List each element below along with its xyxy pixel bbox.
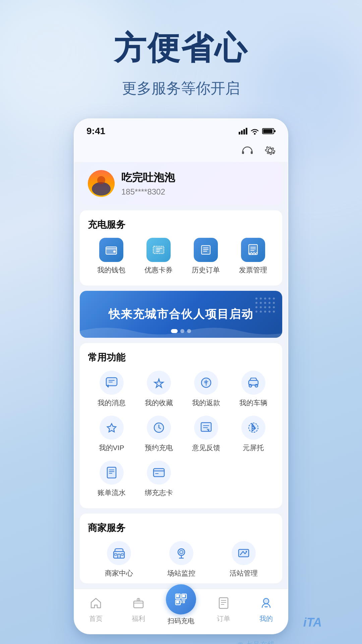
coupon-label: 优惠卡券 xyxy=(144,265,173,275)
svg-rect-3 xyxy=(274,130,276,132)
bluetooth-label: 元屏托 xyxy=(243,443,264,452)
reservation-icon xyxy=(147,416,171,440)
nav-benefits[interactable]: 福利 xyxy=(122,597,155,623)
message-icon xyxy=(100,371,124,395)
charging-grid: 我的钱包 优惠卡券 xyxy=(88,238,277,280)
wallet-item[interactable]: 我的钱包 xyxy=(90,238,132,275)
charging-section: 充电服务 我的钱包 xyxy=(80,210,282,285)
nav-mine[interactable]: 我的 xyxy=(249,597,283,623)
merchant-section: 商家服务 商家中心 xyxy=(80,514,282,583)
invoice-icon xyxy=(241,238,265,262)
message-label: 我的消息 xyxy=(98,398,126,408)
mine-icon xyxy=(260,597,272,612)
nav-home[interactable]: 首页 xyxy=(79,597,113,623)
order-item[interactable]: 历史订单 xyxy=(185,238,227,275)
banner-dots xyxy=(171,329,191,333)
billing-icon xyxy=(100,461,124,485)
bluetooth-item[interactable]: 元屏托 xyxy=(230,416,277,452)
refund-label: 我的返款 xyxy=(192,398,220,408)
feedback-label: 意见反馈 xyxy=(192,443,220,452)
vip-label: 我的VIP xyxy=(99,443,124,452)
svg-rect-24 xyxy=(154,469,164,477)
station-monitor-item[interactable]: 场站监控 xyxy=(150,541,213,578)
svg-point-30 xyxy=(180,550,183,554)
vehicle-icon xyxy=(241,371,265,395)
reservation-label: 预约充电 xyxy=(145,443,173,452)
favorites-item[interactable]: 我的收藏 xyxy=(135,371,182,408)
profile-name: 吃完吐泡泡 xyxy=(121,170,175,185)
invoice-item[interactable]: 发票管理 xyxy=(232,238,274,275)
vehicle-item[interactable]: 我的车辆 xyxy=(230,371,277,408)
status-time: 9:41 xyxy=(86,126,105,137)
merchant-grid: 商家中心 场站监控 xyxy=(88,541,277,578)
merchant-center-label: 商家中心 xyxy=(105,569,133,578)
bottom-nav: 首页 福利 xyxy=(74,589,288,634)
merchant-section-title: 商家服务 xyxy=(88,522,277,534)
svg-rect-28 xyxy=(121,553,123,555)
banner-section[interactable]: 快来充城市合伙人项目启动 xyxy=(80,291,282,338)
nav-benefits-label: 福利 xyxy=(132,614,145,623)
station-manage-item[interactable]: 活站管理 xyxy=(213,541,275,578)
home-icon xyxy=(90,597,102,612)
svg-rect-27 xyxy=(115,553,117,555)
svg-point-8 xyxy=(97,176,105,184)
headset-icon[interactable] xyxy=(239,143,255,159)
refund-icon: ¥ xyxy=(194,371,218,395)
nav-orders[interactable]: 订单 xyxy=(207,597,240,623)
svg-point-41 xyxy=(263,598,269,604)
bluetooth-icon xyxy=(241,416,265,440)
vip-icon xyxy=(100,416,124,440)
feedback-item[interactable]: 意见反馈 xyxy=(182,416,230,452)
reservation-item[interactable]: 预约充电 xyxy=(135,416,182,452)
banner-text: 快来充城市合伙人项目启动 xyxy=(109,307,253,322)
station-monitor-icon xyxy=(169,541,193,565)
bind-card-label: 绑充志卡 xyxy=(145,488,173,497)
avatar xyxy=(88,170,115,197)
message-item[interactable]: 我的消息 xyxy=(88,371,135,408)
nav-home-label: 首页 xyxy=(89,614,103,623)
svg-rect-21 xyxy=(201,423,211,431)
charging-section-title: 充电服务 xyxy=(88,218,277,231)
billing-item[interactable]: 账单流水 xyxy=(88,461,135,497)
svg-point-22 xyxy=(249,423,258,432)
wifi-icon xyxy=(250,127,259,135)
station-manage-icon xyxy=(232,541,256,565)
svg-rect-23 xyxy=(107,467,116,478)
coupon-icon xyxy=(146,238,171,262)
feedback-icon xyxy=(194,416,218,440)
svg-rect-33 xyxy=(134,601,143,608)
svg-point-0 xyxy=(254,133,256,135)
svg-rect-4 xyxy=(242,151,244,154)
svg-rect-10 xyxy=(113,251,116,253)
favorites-label: 我的收藏 xyxy=(145,398,173,408)
functions-grid: 我的消息 我的收藏 xyxy=(88,371,277,505)
common-functions-section: 常用功能 我的消息 xyxy=(80,343,282,508)
order-label: 历史订单 xyxy=(192,265,220,275)
coupon-item[interactable]: 优惠卡券 xyxy=(138,238,179,275)
hero-title: 方便省心 xyxy=(114,27,248,70)
nav-scan[interactable]: 扫码充电 xyxy=(164,594,198,626)
app-content: 吃完吐泡泡 185****8302 充电服务 xyxy=(74,162,288,634)
order-icon xyxy=(194,238,218,262)
phone-mockup: 9:41 xyxy=(74,118,288,634)
banner-decoration xyxy=(255,298,276,313)
svg-rect-40 xyxy=(219,598,228,608)
svg-rect-37 xyxy=(182,595,185,597)
wallet-label: 我的钱包 xyxy=(97,265,125,275)
svg-rect-9 xyxy=(106,247,117,254)
refund-item[interactable]: ¥ 我的返款 xyxy=(182,371,230,408)
scan-button[interactable] xyxy=(166,584,196,614)
benefits-icon xyxy=(132,597,144,612)
svg-rect-2 xyxy=(263,129,273,133)
nav-orders-label: 订单 xyxy=(217,614,230,623)
bind-card-icon xyxy=(147,461,171,485)
svg-rect-35 xyxy=(176,595,179,597)
bind-card-item[interactable]: 绑充志卡 xyxy=(135,461,182,497)
station-monitor-label: 场站监控 xyxy=(167,569,195,578)
merchant-center-item[interactable]: 商家中心 xyxy=(88,541,150,578)
settings-icon[interactable] xyxy=(262,143,278,159)
billing-label: 账单流水 xyxy=(98,488,126,497)
vip-item[interactable]: 我的VIP xyxy=(88,416,135,452)
signal-icon xyxy=(239,128,247,135)
profile-section: 吃完吐泡泡 185****8302 xyxy=(80,162,282,205)
